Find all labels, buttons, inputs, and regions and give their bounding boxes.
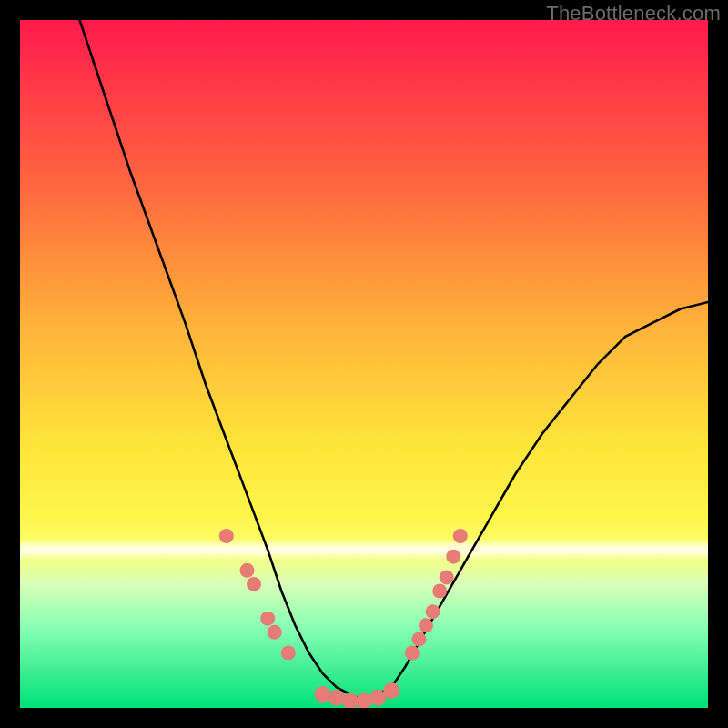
marker-right bbox=[440, 570, 454, 584]
marker-right bbox=[426, 604, 440, 619]
marker-right bbox=[412, 632, 427, 646]
marker-left bbox=[281, 646, 296, 661]
chart-frame: TheBottleneck.com bbox=[0, 0, 728, 728]
marker-right bbox=[453, 529, 468, 543]
marker-bottom bbox=[329, 690, 345, 706]
marker-left bbox=[268, 625, 282, 640]
marker-right bbox=[419, 618, 433, 632]
chart-svg bbox=[20, 20, 708, 708]
data-markers bbox=[219, 529, 468, 708]
marker-right bbox=[432, 584, 447, 599]
marker-right bbox=[405, 646, 420, 661]
marker-left bbox=[247, 577, 261, 592]
marker-bottom bbox=[315, 686, 331, 703]
bottleneck-curve bbox=[76, 20, 709, 701]
marker-bottom bbox=[356, 693, 372, 708]
marker-right bbox=[446, 550, 460, 564]
marker-left bbox=[240, 563, 255, 578]
marker-bottom bbox=[383, 682, 399, 699]
marker-left bbox=[219, 529, 234, 543]
plot-area bbox=[20, 20, 708, 708]
marker-left bbox=[260, 612, 275, 626]
